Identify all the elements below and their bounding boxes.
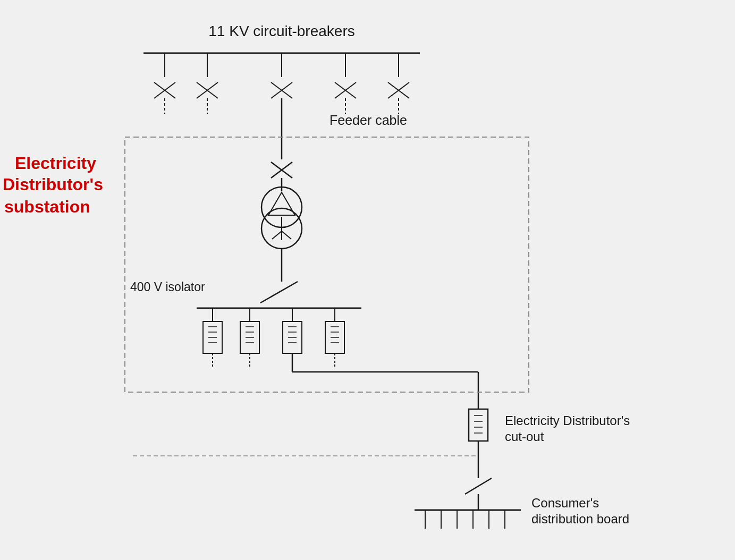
cut-out-label-line1: Electricity Distributor's [505,413,630,428]
consumer-board-label-line2: distribution board [531,512,629,526]
substation-label-line2: Distributor's [3,175,103,194]
substation-label-line1: Electricity [15,154,96,173]
feeder-cable-label: Feeder cable [330,113,407,128]
consumer-board-label-line1: Consumer's [531,496,599,510]
cut-out-label-line2: cut-out [505,429,544,444]
circuit-breakers-label: 11 KV circuit-breakers [208,23,354,39]
substation-label-line3: substation [4,197,90,216]
diagram-container: 11 KV circuit-breakers Feeder cable [0,0,735,560]
isolator-label: 400 V isolator [130,280,205,294]
svg-rect-0 [0,0,735,560]
